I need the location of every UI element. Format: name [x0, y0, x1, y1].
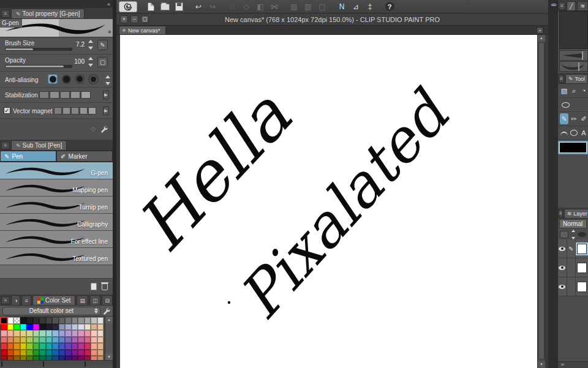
create-subtool-icon[interactable]	[91, 283, 97, 290]
color-swatch[interactable]	[97, 350, 104, 356]
color-swatch[interactable]	[72, 343, 78, 350]
color-swatch[interactable]	[26, 330, 33, 337]
color-swatch[interactable]	[20, 350, 27, 356]
new-file-button[interactable]	[145, 1, 157, 12]
color-swatch[interactable]	[7, 337, 14, 344]
color-swatch[interactable]	[72, 356, 78, 361]
color-swatch[interactable]	[39, 330, 46, 337]
slider-handle[interactable]	[582, 51, 583, 60]
color-swatch[interactable]	[26, 343, 33, 350]
swatch-chip[interactable]	[85, 361, 86, 367]
color-swatch[interactable]	[13, 330, 20, 337]
color-swatch[interactable]	[33, 356, 40, 361]
stabilization-expand-arrow[interactable]: ▶	[103, 91, 109, 99]
swatch-chip[interactable]	[43, 361, 44, 367]
color-swatch[interactable]	[72, 324, 78, 331]
panel-menu-icon[interactable]: ≡	[1, 141, 10, 149]
color-swatch[interactable]	[26, 317, 33, 324]
clip-studio-button[interactable]	[119, 1, 137, 12]
color-swatch[interactable]	[39, 317, 46, 324]
panel-menu-icon[interactable]: ≡	[1, 296, 10, 304]
undo-button[interactable]: ↩	[192, 1, 205, 12]
size-pressure-slider[interactable]	[559, 50, 588, 61]
lasso-tool-button[interactable]	[560, 99, 571, 110]
stabilization-seg-4[interactable]	[70, 91, 80, 99]
color-swatch[interactable]	[46, 337, 53, 344]
color-swatch[interactable]	[85, 356, 91, 361]
panel-menu-icon[interactable]: ≡	[559, 209, 563, 217]
curve-tool-button[interactable]	[560, 127, 568, 138]
color-swatch[interactable]	[91, 330, 97, 337]
minimize-window-button[interactable]: −	[130, 15, 138, 23]
magnifier-pen-icon[interactable]: ⌖	[108, 28, 111, 36]
color-swatch[interactable]	[33, 350, 40, 356]
color-swatch[interactable]	[1, 330, 7, 337]
color-swatch[interactable]	[1, 350, 7, 356]
color-swatch[interactable]	[1, 337, 7, 344]
redo-button[interactable]: ↪	[206, 1, 219, 12]
brush-size-slider[interactable]	[5, 48, 72, 51]
sub-tool-item[interactable]: For effect line	[0, 231, 113, 248]
tab-color-mixing[interactable]: ▤	[77, 295, 88, 305]
vector-magnet-seg-2[interactable]	[62, 107, 70, 115]
color-swatch[interactable]	[78, 356, 85, 361]
opacity-value-box[interactable]	[560, 231, 568, 238]
wrench-icon[interactable]	[103, 307, 110, 315]
color-swatch[interactable]	[7, 356, 14, 361]
color-swatch[interactable]	[97, 337, 104, 344]
color-swatch[interactable]	[52, 324, 59, 331]
color-swatch[interactable]	[78, 330, 85, 337]
color-swatch[interactable]	[78, 350, 85, 356]
color-swatch[interactable]	[26, 350, 33, 356]
vector-magnet-seg-4[interactable]	[80, 107, 88, 115]
wrench-icon[interactable]	[100, 126, 108, 133]
open-file-button[interactable]	[159, 1, 171, 12]
pencil-tool-button[interactable]: ✏	[570, 113, 578, 124]
color-swatch[interactable]	[13, 317, 20, 324]
color-swatch[interactable]	[91, 343, 97, 350]
zoom-tool-button[interactable]: ⌕	[570, 85, 578, 96]
foreground-color-swatch[interactable]	[559, 142, 587, 153]
color-swatch[interactable]	[52, 317, 59, 324]
scroll-up-icon[interactable]: ▲	[538, 35, 545, 42]
curve-pressure-slider[interactable]	[559, 61, 588, 72]
color-swatch[interactable]	[13, 350, 20, 356]
layer-visibility-cell[interactable]	[558, 239, 567, 258]
color-swatch[interactable]	[33, 337, 40, 344]
vector-magnet-seg-5[interactable]	[88, 107, 96, 115]
figure-tool-button[interactable]	[570, 127, 578, 138]
color-swatch[interactable]	[72, 317, 78, 324]
color-swatch[interactable]	[7, 330, 14, 337]
panel-menu-icon[interactable]: ≡	[559, 75, 564, 83]
color-swatch[interactable]	[59, 317, 66, 324]
tab-brush-tip[interactable]: ≋	[577, 1, 588, 10]
sub-tool-item[interactable]: G-pen	[0, 162, 113, 179]
color-swatch[interactable]	[13, 337, 20, 344]
color-swatch[interactable]	[52, 337, 59, 344]
opacity-stepper[interactable]	[570, 230, 576, 239]
blend-mode-dropdown[interactable]: Normal	[559, 219, 587, 228]
sub-tool-item[interactable]: Turnip pen	[0, 197, 113, 214]
tab-list-button[interactable]: ▾	[537, 27, 543, 34]
layer-footer-icon[interactable]: ≂	[560, 362, 565, 367]
color-swatch[interactable]	[78, 343, 85, 350]
group-tab-marker[interactable]: ✐ Marker	[56, 151, 113, 162]
stabilization-seg-2[interactable]	[50, 91, 59, 99]
color-swatch[interactable]	[13, 324, 20, 331]
fill-button[interactable]: ◧	[254, 1, 266, 12]
scroll-down-icon[interactable]: ▼	[105, 354, 113, 360]
delete-subtool-icon[interactable]	[102, 284, 108, 290]
color-swatch[interactable]	[33, 324, 40, 331]
color-swatch[interactable]	[26, 324, 33, 331]
tab-color-slider[interactable]: ≡	[21, 295, 31, 305]
color-swatch[interactable]	[65, 356, 72, 361]
layer-row[interactable]	[558, 277, 588, 296]
swatch-chip[interactable]	[1, 361, 2, 367]
color-swatch[interactable]	[97, 356, 104, 361]
color-swatch[interactable]	[39, 350, 46, 356]
opacity-stepper[interactable]	[88, 57, 93, 67]
color-swatch[interactable]	[20, 343, 27, 350]
color-swatch[interactable]	[13, 356, 20, 361]
color-swatch[interactable]	[97, 330, 104, 337]
collapse-left-dock-icon[interactable]: «	[107, 1, 110, 7]
